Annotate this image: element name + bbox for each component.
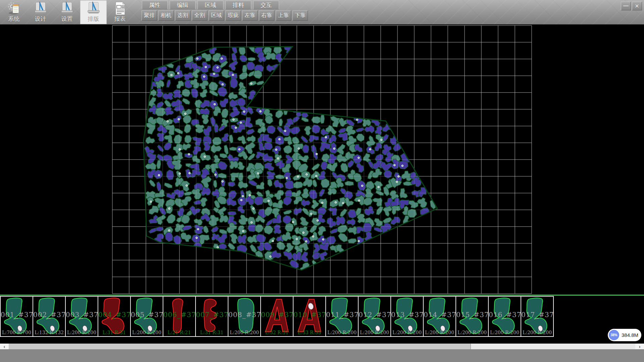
menu-item-1[interactable]: 属性 [142, 1, 168, 9]
horizontal-scrollbar[interactable]: ‹ › [0, 344, 644, 349]
menu-bar: 属性编辑区域排料交互 [142, 1, 279, 9]
piece-shape [261, 297, 293, 336]
tool-button-3[interactable]: 选割 [175, 10, 191, 21]
design-icon [34, 1, 47, 16]
piece-thumbnail[interactable]: 011_#37 L:200 R:200 [325, 296, 359, 337]
piece-thumbnail[interactable]: 002_#37 L:132 R:132 [33, 296, 66, 337]
piece-shape [33, 297, 66, 336]
scroll-left-button[interactable]: ‹ [0, 344, 9, 349]
tool-button-6[interactable]: 瑕疵 [225, 10, 241, 21]
minimize-button[interactable]: — [621, 2, 631, 10]
nav-button-design[interactable]: 设计 [27, 0, 54, 24]
piece-shape [326, 297, 359, 336]
piece-thumbnail[interactable]: 013_#37 L:200 R:200 [390, 296, 424, 337]
piece-shape [391, 297, 424, 336]
piece-thumbnail[interactable]: 015_#37 L:200 R:200 [455, 296, 489, 337]
progress-percent-circle: 38% [609, 330, 619, 340]
close-button[interactable]: ✕ [632, 2, 642, 10]
piece-shape [424, 297, 456, 336]
piece-shape [456, 297, 489, 336]
tool-button-2[interactable]: 相机 [158, 10, 174, 21]
main-nav-bar: 系统 设计 设置 排版 报表 [1, 0, 133, 24]
piece-thumbnail[interactable]: 007_#37 L:31 R:31 [195, 296, 228, 337]
piece-thumbnail[interactable]: 012_#37 L:200 R:200 [358, 296, 391, 337]
progress-badge[interactable]: 38% 384.8M [608, 329, 641, 341]
tool-button-1[interactable]: 聚排 [142, 10, 157, 21]
nesting-layout-svg [0, 24, 644, 295]
piece-shape [131, 297, 163, 336]
strip-divider-line [0, 295, 644, 296]
nesting-icon [87, 1, 100, 16]
nesting-canvas[interactable] [0, 24, 644, 295]
piece-shape [196, 297, 228, 336]
piece-shape [228, 297, 261, 336]
piece-thumbnail[interactable]: 008_#37 L:200 R:200 [228, 296, 261, 337]
tool-button-8[interactable]: 右靠 [259, 10, 274, 21]
piece-thumbnail[interactable]: 003_#37 L:200 R:200 [65, 296, 98, 337]
nav-button-report[interactable]: 报表 [107, 0, 133, 24]
progress-size-label: 384.8M [622, 332, 638, 338]
toolbar: 系统 设计 设置 排版 报表 属性编辑区域排料交互 聚排相机选割全割区域 [0, 0, 644, 24]
piece-thumbnail[interactable]: 017_#37 L:200 R:200 [521, 296, 554, 337]
piece-thumbnail[interactable]: 014_#37 L:200 R:200 [423, 296, 456, 337]
nav-button-label: 设计 [35, 16, 46, 22]
scroll-right-button[interactable]: › [635, 344, 644, 349]
piece-shape [359, 297, 391, 336]
piece-thumbnail[interactable]: 004_#37 L:31 R:31 [98, 296, 131, 337]
nav-button-label: 排版 [88, 16, 99, 22]
piece-thumbnail[interactable]: 016_#37 L:200 R:200 [488, 296, 521, 337]
nav-button-nesting[interactable]: 排版 [80, 0, 107, 24]
tool-button-row: 聚排相机选割全割区域瑕疵左靠右靠上靠下靠 [142, 10, 308, 21]
piece-shape [163, 297, 196, 336]
menu-item-5[interactable]: 交互 [253, 1, 279, 9]
settings-icon [60, 1, 74, 16]
system-icon [7, 1, 21, 16]
nav-button-system[interactable]: 系统 [1, 0, 27, 24]
application-window: 系统 设计 设置 排版 报表 属性编辑区域排料交互 聚排相机选割全割区域 [0, 0, 644, 362]
piece-thumbnail-strip: 001_#37 L:700 R:700 002_#37 L:132 R:132 … [0, 296, 644, 337]
piece-shape [489, 297, 521, 336]
menu-item-2[interactable]: 编辑 [170, 1, 196, 9]
piece-thumbnail[interactable]: 009_#37 L:32 R:31 [260, 296, 293, 337]
menu-item-3[interactable]: 区域 [198, 1, 223, 9]
scrollbar-thumb[interactable] [9, 344, 471, 349]
piece-shape [293, 297, 326, 336]
nav-button-label: 报表 [114, 16, 126, 22]
piece-shape [66, 297, 98, 336]
piece-shape [98, 297, 131, 336]
menu-item-4[interactable]: 排料 [225, 1, 251, 9]
report-icon [113, 1, 127, 16]
nav-button-settings[interactable]: 设置 [54, 0, 80, 24]
piece-shape [1, 297, 33, 336]
tool-button-7[interactable]: 左靠 [242, 10, 258, 21]
tool-button-4[interactable]: 全割 [192, 10, 207, 21]
piece-thumbnail[interactable]: 001_#37 L:700 R:700 [0, 296, 33, 337]
nav-button-label: 设置 [61, 16, 73, 22]
tool-button-5[interactable]: 区域 [209, 10, 224, 21]
status-bar [0, 349, 644, 362]
piece-thumbnail[interactable]: 006_#37 L:21 R:21 [163, 296, 196, 337]
tool-button-9[interactable]: 上靠 [276, 10, 291, 21]
tool-button-10[interactable]: 下靠 [292, 10, 308, 21]
nav-button-label: 系统 [8, 16, 20, 22]
piece-shape [521, 297, 554, 336]
window-controls: — ✕ [621, 2, 642, 10]
piece-thumbnail[interactable]: 005_#37 L:200 R:200 [130, 296, 163, 337]
piece-thumbnail[interactable]: 010_#37 L:33 R:33 [293, 296, 326, 337]
